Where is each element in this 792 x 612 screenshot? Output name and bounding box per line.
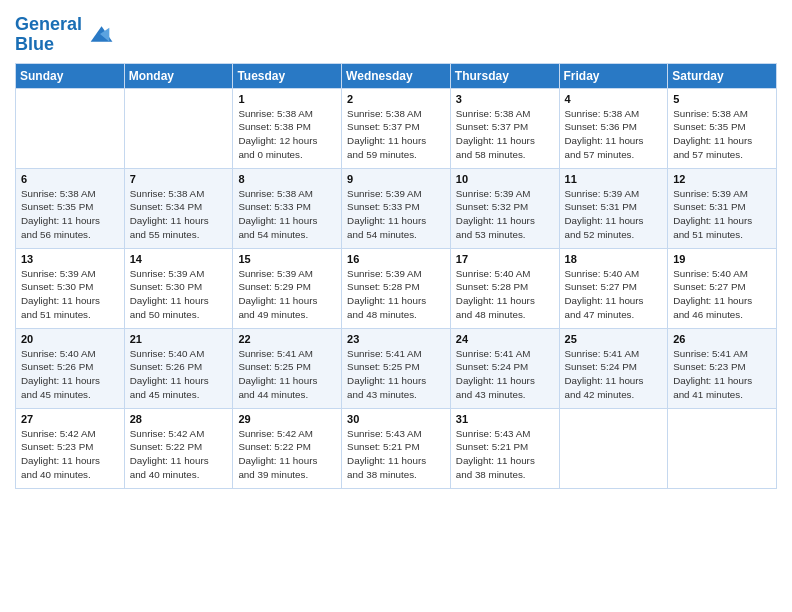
calendar-cell: 25Sunrise: 5:41 AMSunset: 5:24 PMDayligh… — [559, 328, 668, 408]
day-number: 12 — [673, 173, 771, 185]
day-info: Sunrise: 5:43 AMSunset: 5:21 PMDaylight:… — [456, 427, 554, 482]
day-number: 9 — [347, 173, 445, 185]
day-info: Sunrise: 5:38 AMSunset: 5:35 PMDaylight:… — [21, 187, 119, 242]
day-number: 8 — [238, 173, 336, 185]
day-number: 7 — [130, 173, 228, 185]
calendar-cell: 30Sunrise: 5:43 AMSunset: 5:21 PMDayligh… — [342, 408, 451, 488]
day-number: 5 — [673, 93, 771, 105]
day-number: 13 — [21, 253, 119, 265]
calendar-cell: 9Sunrise: 5:39 AMSunset: 5:33 PMDaylight… — [342, 168, 451, 248]
calendar-cell: 10Sunrise: 5:39 AMSunset: 5:32 PMDayligh… — [450, 168, 559, 248]
calendar-cell: 6Sunrise: 5:38 AMSunset: 5:35 PMDaylight… — [16, 168, 125, 248]
day-number: 6 — [21, 173, 119, 185]
day-number: 20 — [21, 333, 119, 345]
day-number: 17 — [456, 253, 554, 265]
day-number: 30 — [347, 413, 445, 425]
calendar-cell: 29Sunrise: 5:42 AMSunset: 5:22 PMDayligh… — [233, 408, 342, 488]
day-number: 14 — [130, 253, 228, 265]
calendar-cell: 8Sunrise: 5:38 AMSunset: 5:33 PMDaylight… — [233, 168, 342, 248]
day-info: Sunrise: 5:39 AMSunset: 5:30 PMDaylight:… — [130, 267, 228, 322]
calendar-cell: 18Sunrise: 5:40 AMSunset: 5:27 PMDayligh… — [559, 248, 668, 328]
day-info: Sunrise: 5:41 AMSunset: 5:23 PMDaylight:… — [673, 347, 771, 402]
day-info: Sunrise: 5:43 AMSunset: 5:21 PMDaylight:… — [347, 427, 445, 482]
day-info: Sunrise: 5:39 AMSunset: 5:31 PMDaylight:… — [565, 187, 663, 242]
day-info: Sunrise: 5:41 AMSunset: 5:24 PMDaylight:… — [456, 347, 554, 402]
day-info: Sunrise: 5:41 AMSunset: 5:25 PMDaylight:… — [238, 347, 336, 402]
day-info: Sunrise: 5:39 AMSunset: 5:31 PMDaylight:… — [673, 187, 771, 242]
day-info: Sunrise: 5:39 AMSunset: 5:32 PMDaylight:… — [456, 187, 554, 242]
calendar-cell: 21Sunrise: 5:40 AMSunset: 5:26 PMDayligh… — [124, 328, 233, 408]
week-row-3: 13Sunrise: 5:39 AMSunset: 5:30 PMDayligh… — [16, 248, 777, 328]
calendar-cell: 15Sunrise: 5:39 AMSunset: 5:29 PMDayligh… — [233, 248, 342, 328]
calendar-cell: 11Sunrise: 5:39 AMSunset: 5:31 PMDayligh… — [559, 168, 668, 248]
day-info: Sunrise: 5:41 AMSunset: 5:25 PMDaylight:… — [347, 347, 445, 402]
week-row-4: 20Sunrise: 5:40 AMSunset: 5:26 PMDayligh… — [16, 328, 777, 408]
day-number: 22 — [238, 333, 336, 345]
day-number: 15 — [238, 253, 336, 265]
weekday-header-saturday: Saturday — [668, 63, 777, 88]
day-number: 1 — [238, 93, 336, 105]
weekday-header-monday: Monday — [124, 63, 233, 88]
week-row-2: 6Sunrise: 5:38 AMSunset: 5:35 PMDaylight… — [16, 168, 777, 248]
day-number: 2 — [347, 93, 445, 105]
calendar-cell: 16Sunrise: 5:39 AMSunset: 5:28 PMDayligh… — [342, 248, 451, 328]
day-info: Sunrise: 5:38 AMSunset: 5:38 PMDaylight:… — [238, 107, 336, 162]
day-number: 21 — [130, 333, 228, 345]
calendar-cell: 2Sunrise: 5:38 AMSunset: 5:37 PMDaylight… — [342, 88, 451, 168]
calendar-table: SundayMondayTuesdayWednesdayThursdayFrid… — [15, 63, 777, 489]
day-number: 27 — [21, 413, 119, 425]
day-info: Sunrise: 5:38 AMSunset: 5:34 PMDaylight:… — [130, 187, 228, 242]
calendar-cell: 12Sunrise: 5:39 AMSunset: 5:31 PMDayligh… — [668, 168, 777, 248]
day-number: 18 — [565, 253, 663, 265]
weekday-header-sunday: Sunday — [16, 63, 125, 88]
calendar-cell: 13Sunrise: 5:39 AMSunset: 5:30 PMDayligh… — [16, 248, 125, 328]
logo-text: GeneralBlue — [15, 15, 82, 55]
calendar-cell: 20Sunrise: 5:40 AMSunset: 5:26 PMDayligh… — [16, 328, 125, 408]
day-info: Sunrise: 5:38 AMSunset: 5:35 PMDaylight:… — [673, 107, 771, 162]
day-number: 25 — [565, 333, 663, 345]
day-info: Sunrise: 5:39 AMSunset: 5:29 PMDaylight:… — [238, 267, 336, 322]
day-number: 24 — [456, 333, 554, 345]
day-info: Sunrise: 5:38 AMSunset: 5:36 PMDaylight:… — [565, 107, 663, 162]
day-number: 19 — [673, 253, 771, 265]
day-info: Sunrise: 5:42 AMSunset: 5:22 PMDaylight:… — [238, 427, 336, 482]
day-info: Sunrise: 5:42 AMSunset: 5:22 PMDaylight:… — [130, 427, 228, 482]
calendar-cell — [124, 88, 233, 168]
day-info: Sunrise: 5:42 AMSunset: 5:23 PMDaylight:… — [21, 427, 119, 482]
weekday-header-thursday: Thursday — [450, 63, 559, 88]
calendar-cell: 22Sunrise: 5:41 AMSunset: 5:25 PMDayligh… — [233, 328, 342, 408]
calendar-cell: 14Sunrise: 5:39 AMSunset: 5:30 PMDayligh… — [124, 248, 233, 328]
day-number: 10 — [456, 173, 554, 185]
day-number: 16 — [347, 253, 445, 265]
page: GeneralBlue SundayMondayTuesdayWednesday… — [0, 0, 792, 612]
logo-icon — [86, 20, 114, 48]
calendar-cell — [16, 88, 125, 168]
weekday-header-wednesday: Wednesday — [342, 63, 451, 88]
header: GeneralBlue — [15, 10, 777, 55]
day-number: 29 — [238, 413, 336, 425]
day-info: Sunrise: 5:39 AMSunset: 5:30 PMDaylight:… — [21, 267, 119, 322]
day-info: Sunrise: 5:40 AMSunset: 5:26 PMDaylight:… — [21, 347, 119, 402]
calendar-cell: 23Sunrise: 5:41 AMSunset: 5:25 PMDayligh… — [342, 328, 451, 408]
day-number: 26 — [673, 333, 771, 345]
calendar-cell: 4Sunrise: 5:38 AMSunset: 5:36 PMDaylight… — [559, 88, 668, 168]
day-info: Sunrise: 5:38 AMSunset: 5:33 PMDaylight:… — [238, 187, 336, 242]
calendar-cell: 1Sunrise: 5:38 AMSunset: 5:38 PMDaylight… — [233, 88, 342, 168]
day-info: Sunrise: 5:41 AMSunset: 5:24 PMDaylight:… — [565, 347, 663, 402]
day-info: Sunrise: 5:38 AMSunset: 5:37 PMDaylight:… — [456, 107, 554, 162]
day-number: 23 — [347, 333, 445, 345]
calendar-cell: 28Sunrise: 5:42 AMSunset: 5:22 PMDayligh… — [124, 408, 233, 488]
weekday-header-friday: Friday — [559, 63, 668, 88]
calendar-cell: 24Sunrise: 5:41 AMSunset: 5:24 PMDayligh… — [450, 328, 559, 408]
calendar-cell: 19Sunrise: 5:40 AMSunset: 5:27 PMDayligh… — [668, 248, 777, 328]
day-number: 3 — [456, 93, 554, 105]
week-row-1: 1Sunrise: 5:38 AMSunset: 5:38 PMDaylight… — [16, 88, 777, 168]
day-info: Sunrise: 5:40 AMSunset: 5:27 PMDaylight:… — [673, 267, 771, 322]
calendar-cell: 26Sunrise: 5:41 AMSunset: 5:23 PMDayligh… — [668, 328, 777, 408]
day-info: Sunrise: 5:39 AMSunset: 5:28 PMDaylight:… — [347, 267, 445, 322]
calendar-cell: 7Sunrise: 5:38 AMSunset: 5:34 PMDaylight… — [124, 168, 233, 248]
calendar-cell: 17Sunrise: 5:40 AMSunset: 5:28 PMDayligh… — [450, 248, 559, 328]
calendar-cell: 5Sunrise: 5:38 AMSunset: 5:35 PMDaylight… — [668, 88, 777, 168]
day-info: Sunrise: 5:40 AMSunset: 5:26 PMDaylight:… — [130, 347, 228, 402]
day-number: 31 — [456, 413, 554, 425]
